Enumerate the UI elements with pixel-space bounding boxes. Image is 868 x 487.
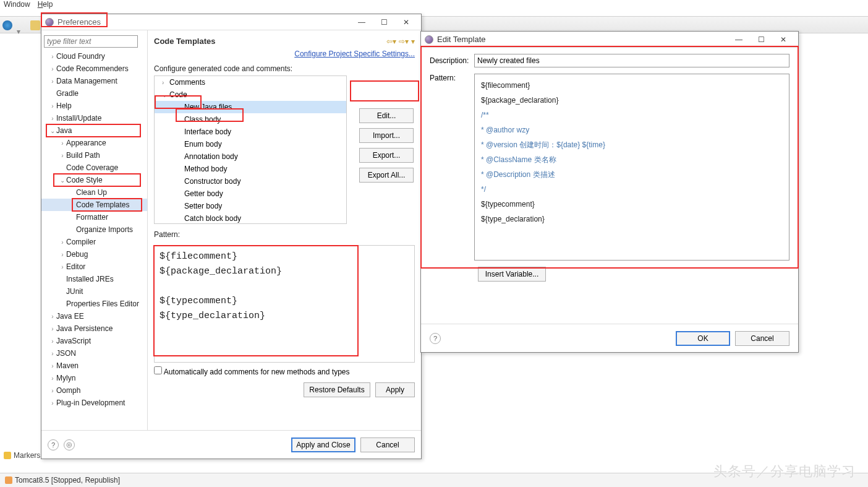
code-tree-item[interactable]: Constructor body <box>155 175 346 187</box>
ok-button[interactable]: OK <box>676 331 730 346</box>
tree-item[interactable]: ›Maven <box>41 360 147 372</box>
preferences-dialog: Preferences — ☐ ✕ ›Cloud Foundry›Code Re… <box>41 14 422 459</box>
preferences-footer: ? ◎ Apply and Close Cancel <box>41 430 421 459</box>
pattern-label: Pattern: <box>430 74 474 82</box>
preferences-titlebar: Preferences — ☐ ✕ <box>41 14 421 30</box>
eclipse-icon <box>45 18 54 27</box>
markers-icon <box>4 452 11 459</box>
tree-item[interactable]: ›Install/Update <box>41 112 147 124</box>
help-icon[interactable]: ? <box>48 439 59 450</box>
restore-defaults-button[interactable]: Restore Defaults <box>304 382 370 397</box>
apply-close-button[interactable]: Apply and Close <box>291 437 355 452</box>
tree-item[interactable]: ›Help <box>41 100 147 112</box>
code-tree-item[interactable]: Setter body <box>155 200 346 212</box>
export-all-button[interactable]: Export All... <box>359 168 414 183</box>
auto-comments-row[interactable]: Automatically add comments for new metho… <box>154 363 415 380</box>
export-button[interactable]: Export... <box>359 148 414 163</box>
minimize-button[interactable]: — <box>351 15 373 29</box>
nav-back-icon[interactable]: ⇦▾ <box>386 37 396 46</box>
tree-item[interactable]: ⌄Code Style <box>41 174 147 186</box>
tree-item[interactable]: ›Cloud Foundry <box>41 50 147 62</box>
cancel-button[interactable]: Cancel <box>360 437 415 452</box>
preferences-tree[interactable]: ›Cloud Foundry›Code Recommenders›Data Ma… <box>41 50 147 409</box>
edit-template-dialog: Edit Template — ☐ ✕ Description: Pattern… <box>420 31 799 353</box>
close-button[interactable]: ✕ <box>395 15 417 29</box>
preferences-content-pane: Code Templates ⇦▾ ⇨▾ ▾ Configure Project… <box>148 30 421 430</box>
tree-item[interactable]: JUnit <box>41 285 147 298</box>
tree-item[interactable]: ›Oomph <box>41 384 147 397</box>
template-code-editor[interactable]: ${filecomment} ${package_declaration} /*… <box>474 74 789 261</box>
preferences-category-pane: ›Cloud Foundry›Code Recommenders›Data Ma… <box>41 30 148 430</box>
cancel-button[interactable]: Cancel <box>735 331 789 346</box>
maximize-button[interactable]: ☐ <box>373 15 395 29</box>
description-label: Description: <box>430 56 474 65</box>
code-tree-item[interactable]: ›Comments <box>155 76 346 88</box>
nav-forward-icon[interactable]: ⇨▾ <box>399 37 409 46</box>
tree-item[interactable]: Properties Files Editor <box>41 298 147 310</box>
menu-window[interactable]: Window <box>4 0 30 12</box>
code-tree-item[interactable]: Enum body <box>155 138 346 150</box>
toolbar-icon-1[interactable] <box>2 20 12 30</box>
tree-item[interactable]: ›Data Management <box>41 75 147 87</box>
insert-variable-button[interactable]: Insert Variable... <box>478 267 546 282</box>
toolbar-icon-2[interactable] <box>30 20 40 30</box>
tree-item[interactable]: Organize Imports <box>41 223 147 236</box>
tree-item[interactable]: ›Java EE <box>41 310 147 322</box>
tree-item[interactable]: Formatter <box>41 211 147 223</box>
tree-item[interactable]: ›Code Recommenders <box>41 62 147 75</box>
page-title: Code Templates <box>154 34 215 48</box>
record-icon[interactable]: ◎ <box>64 439 75 450</box>
help-icon[interactable]: ? <box>430 333 441 344</box>
tree-item[interactable]: ›JSON <box>41 347 147 360</box>
main-menubar: Window Help <box>0 0 53 12</box>
code-tree-item[interactable]: Annotation body <box>155 150 346 163</box>
auto-comments-checkbox[interactable] <box>154 366 162 374</box>
configure-label: Configure generated code and comments: <box>154 63 415 75</box>
eclipse-icon <box>425 35 433 44</box>
tree-item[interactable]: ›Build Path <box>41 149 147 162</box>
import-button[interactable]: Import... <box>359 128 414 143</box>
tree-item[interactable]: ›Mylyn <box>41 372 147 384</box>
tree-item[interactable]: ›Plug-in Development <box>41 397 147 409</box>
tree-item[interactable]: ›Debug <box>41 248 147 261</box>
tree-item[interactable]: ›Appearance <box>41 137 147 149</box>
nav-menu-icon[interactable]: ▾ <box>411 37 415 46</box>
minimize-button[interactable]: — <box>728 33 750 46</box>
tree-item[interactable]: ⌄Java <box>41 124 147 137</box>
menu-help[interactable]: Help <box>38 0 53 12</box>
pattern-preview: ${filecomment}${package_declaration} ${t… <box>154 245 415 363</box>
project-settings-link[interactable]: Configure Project Specific Settings... <box>154 48 415 63</box>
edit-button[interactable]: Edit... <box>359 108 414 123</box>
tree-item[interactable]: ›JavaScript <box>41 335 147 347</box>
markers-tab[interactable]: Markers <box>4 451 40 460</box>
description-input[interactable] <box>474 54 789 67</box>
code-templates-tree[interactable]: ›Comments⌄CodeNew Java filesClass bodyIn… <box>154 75 347 224</box>
filter-input[interactable] <box>44 35 138 48</box>
code-tree-item[interactable]: Getter body <box>155 187 346 200</box>
code-tree-item[interactable]: Catch block body <box>155 212 346 224</box>
tomcat-icon <box>5 476 12 484</box>
close-button[interactable]: ✕ <box>772 33 794 46</box>
edit-template-titlebar: Edit Template — ☐ ✕ <box>421 32 798 48</box>
code-tree-item[interactable]: ⌄Code <box>155 88 346 101</box>
tree-item[interactable]: ›Compiler <box>41 236 147 248</box>
code-tree-item[interactable]: Method body <box>155 163 346 175</box>
tree-item[interactable]: Installed JREs <box>41 273 147 285</box>
code-tree-item[interactable]: Interface body <box>155 126 346 138</box>
tree-item[interactable]: Code Templates <box>41 199 147 211</box>
tree-item[interactable]: Gradle <box>41 87 147 100</box>
code-tree-item[interactable]: New Java files <box>155 101 346 113</box>
watermark-text: 头条号／分享电脑学习 <box>713 462 856 481</box>
apply-button[interactable]: Apply <box>375 382 415 397</box>
code-tree-item[interactable]: Class body <box>155 113 346 126</box>
preferences-title: Preferences <box>57 17 351 27</box>
tree-item[interactable]: ›Java Persistence <box>41 322 147 335</box>
tree-item[interactable]: Code Coverage <box>41 162 147 174</box>
pattern-label: Pattern: <box>154 229 415 241</box>
tree-item[interactable]: Clean Up <box>41 186 147 199</box>
edit-template-title: Edit Template <box>437 35 728 44</box>
maximize-button[interactable]: ☐ <box>750 33 772 46</box>
tree-item[interactable]: ›Editor <box>41 261 147 273</box>
